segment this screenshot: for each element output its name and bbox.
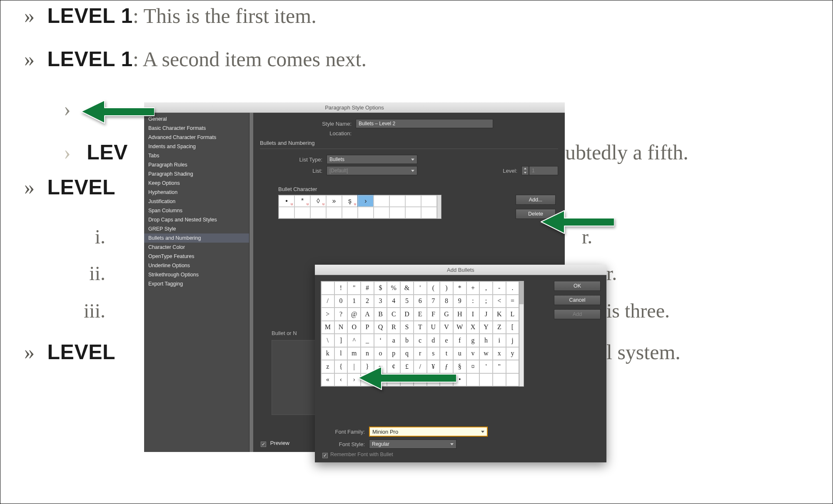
bullet-char-cell[interactable]: ◊u (310, 195, 326, 207)
glyph-cell[interactable]: 2 (361, 295, 374, 308)
bullet-char-cell[interactable] (358, 207, 374, 218)
sidebar-item[interactable]: Export Tagging (144, 279, 253, 288)
glyph-cell[interactable]: + (466, 281, 480, 295)
glyph-cell[interactable]: F (427, 308, 440, 321)
glyph-cell[interactable]: % (387, 281, 400, 295)
glyph-cell[interactable]: C (387, 308, 400, 321)
glyph-cell[interactable]: k (321, 347, 334, 360)
glyph-cell[interactable]: ) (440, 281, 453, 295)
glyph-cell[interactable]: j (506, 334, 519, 347)
glyph-cell[interactable]: 1 (347, 295, 361, 308)
sidebar-item[interactable]: Paragraph Shading (144, 169, 253, 179)
glyph-cell[interactable]: U (427, 321, 440, 334)
glyph-cell[interactable]: [ (506, 321, 519, 334)
sidebar-item[interactable]: Hyphenation (144, 188, 253, 197)
bullet-char-cell[interactable] (389, 195, 405, 207)
glyph-cell[interactable]: ! (334, 281, 348, 295)
glyph-cell[interactable]: R (387, 321, 400, 334)
sidebar-item[interactable]: Strikethrough Options (144, 270, 253, 279)
glyph-cell[interactable]: ( (427, 281, 440, 295)
glyph-cell[interactable] (506, 360, 519, 373)
glyph-cell[interactable]: a (387, 334, 400, 347)
sidebar-item[interactable]: OpenType Features (144, 252, 253, 261)
glyph-cell[interactable]: : (466, 295, 480, 308)
bullet-char-cell[interactable]: *u (294, 195, 310, 207)
glyph-cell[interactable]: ? (334, 308, 348, 321)
glyph-cell[interactable]: p (387, 347, 400, 360)
glyph-cell[interactable]: f (453, 334, 466, 347)
glyph-cell[interactable]: x (493, 347, 506, 360)
bullet-char-cell[interactable] (310, 207, 326, 218)
scrollbar[interactable] (437, 195, 441, 218)
sidebar-item[interactable]: Span Columns (144, 206, 253, 215)
glyph-cell[interactable]: 5 (400, 295, 414, 308)
glyph-cell[interactable]: h (479, 334, 493, 347)
sidebar-item[interactable]: Keep Options (144, 179, 253, 188)
sidebar-item[interactable]: Paragraph Rules (144, 160, 253, 169)
sidebar-item[interactable]: Bullets and Numbering (144, 233, 253, 243)
glyph-cell[interactable]: 3 (374, 295, 387, 308)
preview-checkbox[interactable]: Preview (261, 440, 289, 446)
sidebar-item[interactable]: General (144, 114, 253, 124)
glyph-cell[interactable]: c (414, 334, 427, 347)
glyph-cell[interactable]: A (361, 308, 374, 321)
glyph-cell[interactable]: ‘ (374, 334, 387, 347)
glyph-cell[interactable]: 6 (414, 295, 427, 308)
glyph-cell[interactable]: m (347, 347, 361, 360)
level-stepper[interactable]: 1 (521, 166, 558, 175)
glyph-cell[interactable]: " (347, 281, 361, 295)
sidebar-item[interactable]: GREP Style (144, 224, 253, 233)
glyph-cell[interactable]: . (506, 281, 519, 295)
glyph-cell[interactable]: W (453, 321, 466, 334)
glyph-cell[interactable]: q (400, 347, 414, 360)
glyph-cell[interactable]: _ (361, 334, 374, 347)
sidebar-item[interactable]: Drop Caps and Nested Styles (144, 215, 253, 224)
glyph-cell[interactable]: > (321, 308, 334, 321)
glyph-cell[interactable]: z (321, 360, 334, 373)
glyph-cell[interactable]: u (453, 347, 466, 360)
bullet-char-cell[interactable]: › (358, 195, 374, 207)
glyph-cell[interactable]: P (361, 321, 374, 334)
style-name-field[interactable]: Bullets – Level 2 (356, 119, 493, 128)
glyph-cell[interactable]: « (321, 373, 334, 387)
bullet-char-cell[interactable] (294, 207, 310, 218)
bullet-char-cell[interactable] (405, 207, 421, 218)
remember-font-checkbox[interactable]: Remember Font with Bullet (322, 452, 601, 457)
glyph-cell[interactable]: & (400, 281, 414, 295)
glyph-cell[interactable]: 4 (387, 295, 400, 308)
glyph-cell[interactable]: T (414, 321, 427, 334)
sidebar-item[interactable]: Basic Character Formats (144, 124, 253, 133)
glyph-cell[interactable]: ^ (347, 334, 361, 347)
sidebar-item[interactable]: Tabs (144, 151, 253, 160)
glyph-cell[interactable] (321, 281, 334, 295)
glyph-cell[interactable] (493, 373, 506, 387)
glyph-cell[interactable]: r (414, 347, 427, 360)
glyph-cell[interactable]: o (374, 347, 387, 360)
glyph-cell[interactable]: N (334, 321, 348, 334)
glyph-cell[interactable]: d (427, 334, 440, 347)
glyph-cell[interactable]: ' (479, 360, 493, 373)
font-family-select[interactable]: Minion Pro (369, 427, 488, 437)
glyph-cell[interactable]: 9 (453, 295, 466, 308)
sidebar-item[interactable]: Character Color (144, 243, 253, 252)
glyph-cell[interactable]: y (506, 347, 519, 360)
glyph-cell[interactable]: t (440, 347, 453, 360)
glyph-cell[interactable]: 0 (334, 295, 348, 308)
glyph-cell[interactable]: / (321, 295, 334, 308)
glyph-cell[interactable]: B (374, 308, 387, 321)
bullet-char-cell[interactable] (342, 207, 358, 218)
sidebar-item[interactable]: Justification (144, 197, 253, 206)
glyph-cell[interactable]: i (493, 334, 506, 347)
bullet-char-cell[interactable] (374, 195, 389, 207)
bullet-char-cell[interactable] (326, 207, 342, 218)
list-type-select[interactable]: Bullets (327, 155, 417, 164)
glyph-cell[interactable]: J (479, 308, 493, 321)
glyph-cell[interactable]: L (506, 308, 519, 321)
glyph-cell[interactable]: G (440, 308, 453, 321)
bullet-char-cell[interactable] (421, 195, 437, 207)
glyph-cell[interactable]: ' (414, 281, 427, 295)
bullet-char-cell[interactable] (389, 207, 405, 218)
glyph-cell[interactable]: H (453, 308, 466, 321)
glyph-cell[interactable]: ¤ (466, 360, 480, 373)
glyph-cell[interactable]: l (334, 347, 348, 360)
